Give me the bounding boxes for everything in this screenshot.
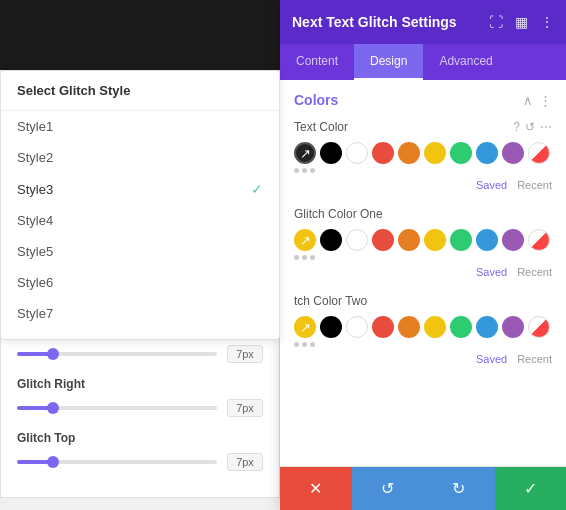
glitch-two-swatch-black[interactable] <box>320 316 342 338</box>
dot5 <box>302 255 307 260</box>
glitch-two-swatch-orange[interactable] <box>398 316 420 338</box>
style-list-item[interactable]: Style1 <box>1 111 279 142</box>
menu-icon[interactable]: ⋮ <box>540 14 554 30</box>
bottom-toolbar: ✕ ↺ ↻ ✓ <box>280 466 566 510</box>
cancel-button[interactable]: ✕ <box>280 467 352 510</box>
glitch-one-swatch-white[interactable] <box>346 229 368 251</box>
slider-group: Glitch Right7px <box>17 377 263 417</box>
text-color-swatch-black[interactable] <box>320 142 342 164</box>
undo-button[interactable]: ↺ <box>352 467 424 510</box>
panel-tabs: Content Design Advanced <box>280 44 566 80</box>
slider-track[interactable] <box>17 460 217 464</box>
glitch-one-swatch-none[interactable] <box>528 229 550 251</box>
glitch-two-recent[interactable]: Recent <box>517 353 552 365</box>
collapse-icon[interactable]: ∧ <box>523 93 533 108</box>
slider-thumb[interactable] <box>47 348 59 360</box>
slider-thumb[interactable] <box>47 402 59 414</box>
dot2 <box>302 168 307 173</box>
text-color-swatch-none[interactable] <box>528 142 550 164</box>
style-list-item[interactable]: Style5 <box>1 236 279 267</box>
glitch-two-swatch-purple[interactable] <box>502 316 524 338</box>
style-list-item[interactable]: Style3✓ <box>1 173 279 205</box>
slider-label: Glitch Top <box>17 431 263 445</box>
glitch-color-two-header: tch Color Two <box>294 294 552 308</box>
glitch-one-swatch-red[interactable] <box>372 229 394 251</box>
help-icon[interactable]: ? <box>513 120 520 134</box>
save-button[interactable]: ✓ <box>495 467 567 510</box>
glitch-one-recent[interactable]: Recent <box>517 266 552 278</box>
slider-value: 7px <box>227 453 263 471</box>
glitch-one-saved-recent: Saved Recent <box>294 266 552 278</box>
glitch-one-swatch-yellow[interactable] <box>424 229 446 251</box>
glitch-two-swatch-red[interactable] <box>372 316 394 338</box>
glitch-color-two-swatches: ↗ <box>294 316 552 338</box>
glitch-one-swatch-green[interactable] <box>450 229 472 251</box>
text-color-swatch-orange[interactable] <box>398 142 420 164</box>
more-options-icon[interactable]: ⋯ <box>540 120 552 134</box>
colors-title: Colors <box>294 92 338 108</box>
slider-value: 7px <box>227 399 263 417</box>
glitch-two-dots <box>294 342 552 347</box>
style-selector-panel: Select Glitch Style Style1Style2Style3✓S… <box>0 70 280 340</box>
glitch-two-saved[interactable]: Saved <box>476 353 507 365</box>
tab-content[interactable]: Content <box>280 44 354 80</box>
text-color-saved[interactable]: Saved <box>476 179 507 191</box>
text-color-recent[interactable]: Recent <box>517 179 552 191</box>
text-color-arrow-swatch[interactable]: ↗ <box>294 142 316 164</box>
text-color-saved-recent: Saved Recent <box>294 179 552 191</box>
glitch-two-swatch-green[interactable] <box>450 316 472 338</box>
glitch-two-swatch-yellow[interactable] <box>424 316 446 338</box>
glitch-one-saved[interactable]: Saved <box>476 266 507 278</box>
glitch-color-one-swatches: ↗ <box>294 229 552 251</box>
expand-icon[interactable]: ⛶ <box>489 14 503 30</box>
style-selector-header: Select Glitch Style <box>1 71 279 111</box>
style-list-item[interactable]: Style6 <box>1 267 279 298</box>
glitch-one-swatch-blue[interactable] <box>476 229 498 251</box>
slider-track[interactable] <box>17 352 217 356</box>
columns-icon[interactable]: ▦ <box>515 14 528 30</box>
slider-track[interactable] <box>17 406 217 410</box>
dot4 <box>294 255 299 260</box>
glitch-color-one-group: Glitch Color One ↗ <box>294 207 552 278</box>
text-color-swatches: ↗ <box>294 142 552 164</box>
colors-section: Colors ∧ ⋮ Text Color ? ↺ ⋯ ↗ <box>280 80 566 466</box>
style-list: Style1Style2Style3✓Style4Style5Style6Sty… <box>1 111 279 329</box>
checkmark-icon: ✓ <box>251 181 263 197</box>
glitch-one-arrow-swatch[interactable]: ↗ <box>294 229 316 251</box>
style-list-item[interactable]: Style7 <box>1 298 279 329</box>
glitch-two-swatch-blue[interactable] <box>476 316 498 338</box>
glitch-two-swatch-white[interactable] <box>346 316 368 338</box>
text-color-swatch-red[interactable] <box>372 142 394 164</box>
glitch-two-swatch-none[interactable] <box>528 316 550 338</box>
reset-icon[interactable]: ↺ <box>525 120 535 134</box>
glitch-one-swatch-black[interactable] <box>320 229 342 251</box>
text-color-swatch-blue[interactable] <box>476 142 498 164</box>
glitch-one-swatch-purple[interactable] <box>502 229 524 251</box>
slider-thumb[interactable] <box>47 456 59 468</box>
glitch-color-two-label: tch Color Two <box>294 294 367 308</box>
glitch-color-one-label: Glitch Color One <box>294 207 383 221</box>
more-icon[interactable]: ⋮ <box>539 93 552 108</box>
tab-design[interactable]: Design <box>354 44 423 80</box>
text-color-swatch-purple[interactable] <box>502 142 524 164</box>
dot8 <box>302 342 307 347</box>
slider-row: 7px <box>17 453 263 471</box>
text-color-swatch-yellow[interactable] <box>424 142 446 164</box>
style-list-item[interactable]: Style4 <box>1 205 279 236</box>
text-color-swatch-green[interactable] <box>450 142 472 164</box>
text-color-dots <box>294 168 552 173</box>
tab-advanced[interactable]: Advanced <box>423 44 508 80</box>
text-color-swatch-white[interactable] <box>346 142 368 164</box>
panel-title: Next Text Glitch Settings <box>292 14 457 30</box>
glitch-two-arrow-swatch[interactable]: ↗ <box>294 316 316 338</box>
glitch-color-one-header: Glitch Color One <box>294 207 552 221</box>
text-color-group: Text Color ? ↺ ⋯ ↗ <box>294 120 552 191</box>
header-icons: ⛶ ▦ ⋮ <box>489 14 554 30</box>
dot9 <box>310 342 315 347</box>
glitch-one-swatch-orange[interactable] <box>398 229 420 251</box>
panel-header: Next Text Glitch Settings ⛶ ▦ ⋮ <box>280 0 566 44</box>
glitch-two-saved-recent: Saved Recent <box>294 353 552 365</box>
redo-button[interactable]: ↻ <box>423 467 495 510</box>
style-list-item[interactable]: Style2 <box>1 142 279 173</box>
slider-row: 7px <box>17 399 263 417</box>
